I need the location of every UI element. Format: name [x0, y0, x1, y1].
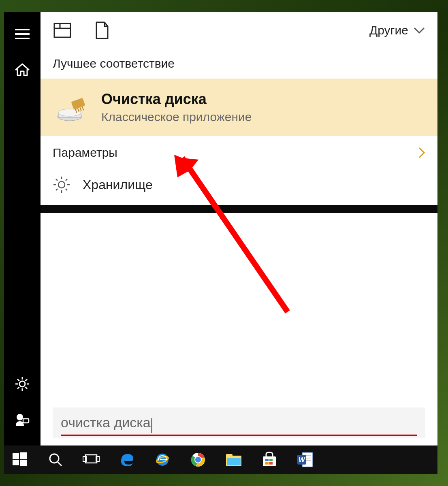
chevron-down-icon — [413, 27, 425, 34]
svg-point-12 — [17, 414, 23, 420]
settings-section[interactable]: Параметры — [41, 136, 437, 169]
file-explorer-icon[interactable] — [222, 450, 245, 470]
home-icon[interactable] — [13, 60, 32, 79]
chrome-icon[interactable] — [186, 450, 210, 470]
svg-rect-20 — [71, 98, 85, 109]
best-match-result[interactable]: Очистка диска Классическое приложение — [41, 79, 437, 136]
svg-rect-28 — [13, 460, 19, 465]
svg-line-24 — [82, 107, 83, 110]
menu-icon[interactable] — [13, 24, 32, 44]
svg-rect-40 — [226, 454, 233, 457]
svg-rect-26 — [13, 453, 19, 459]
search-bar: очистка диска — [41, 403, 437, 446]
svg-line-23 — [80, 107, 81, 111]
ie-icon[interactable] — [151, 450, 174, 470]
search-results-panel: Другие Лучшее соответствие — [41, 12, 437, 446]
svg-point-3 — [19, 381, 25, 387]
best-match-header: Лучшее соответствие — [41, 49, 437, 79]
edge-icon[interactable] — [115, 450, 139, 470]
search-input-container[interactable]: очистка диска — [53, 407, 425, 438]
feedback-icon[interactable] — [13, 410, 32, 429]
taskbar-search-icon[interactable] — [44, 450, 67, 470]
annotation-underline — [61, 435, 417, 436]
svg-line-9 — [26, 387, 28, 389]
svg-point-38 — [195, 456, 201, 463]
task-view-icon[interactable] — [79, 450, 103, 470]
best-match-subtitle: Классическое приложение — [101, 110, 252, 124]
svg-rect-27 — [20, 452, 27, 459]
svg-text:W: W — [299, 456, 305, 463]
svg-rect-44 — [269, 459, 273, 461]
svg-rect-45 — [265, 462, 269, 465]
svg-line-31 — [58, 462, 62, 466]
svg-rect-32 — [85, 455, 97, 463]
empty-results-area — [41, 213, 437, 403]
result-filter-tabs: Другие — [41, 12, 437, 49]
svg-rect-43 — [265, 459, 269, 461]
storage-label: Хранилище — [83, 177, 153, 192]
settings-section-label: Параметры — [53, 146, 117, 160]
documents-filter-icon[interactable] — [92, 21, 112, 40]
gear-icon — [53, 176, 70, 194]
svg-point-19 — [58, 109, 81, 116]
svg-rect-46 — [269, 462, 273, 465]
svg-rect-41 — [227, 458, 241, 465]
svg-point-25 — [58, 181, 65, 188]
svg-line-10 — [17, 387, 19, 389]
word-icon[interactable]: W — [293, 450, 317, 470]
start-button[interactable] — [8, 450, 32, 470]
taskbar: W — [4, 446, 437, 474]
svg-rect-29 — [20, 460, 27, 466]
other-filters-label: Другие — [369, 23, 408, 37]
svg-point-30 — [50, 454, 59, 463]
other-filters-dropdown[interactable]: Другие — [369, 23, 425, 37]
settings-item-storage[interactable]: Хранилище — [41, 169, 437, 205]
apps-filter-icon[interactable] — [53, 21, 72, 40]
search-input[interactable]: очистка диска — [61, 415, 151, 430]
store-icon[interactable] — [258, 450, 281, 470]
chevron-right-icon — [418, 147, 425, 159]
svg-rect-14 — [54, 23, 70, 37]
start-sidebar — [4, 12, 41, 446]
panel-divider — [41, 205, 437, 213]
best-match-title: Очистка диска — [101, 91, 252, 108]
svg-rect-13 — [23, 419, 29, 423]
settings-icon[interactable] — [13, 374, 32, 394]
svg-line-11 — [26, 379, 28, 381]
svg-line-8 — [17, 379, 19, 381]
disk-cleanup-icon — [57, 96, 85, 119]
